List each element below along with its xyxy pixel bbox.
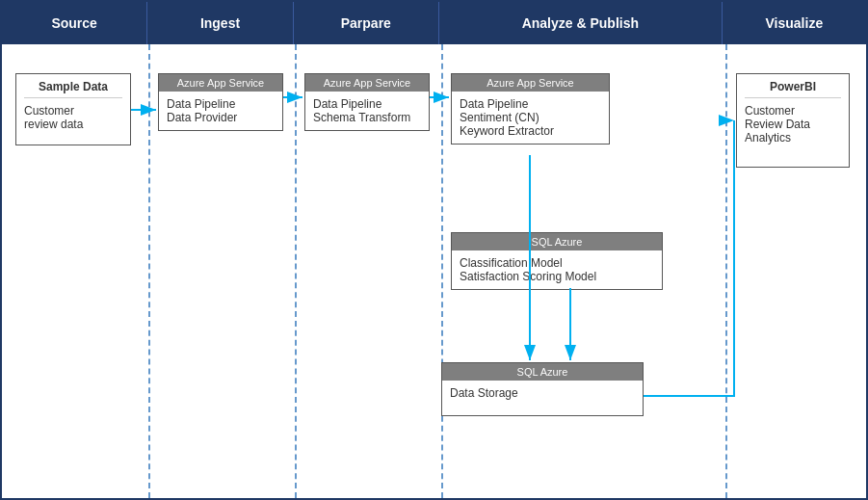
sample-data-label: Sample Data <box>24 80 122 98</box>
analyze-box-body: Data PipelineSentiment (CN)Keyword Extra… <box>452 92 609 144</box>
sql-storage-header: SQL Azure <box>442 363 643 381</box>
header-prepare: Parpare <box>294 2 439 44</box>
powerbi-sub: CustomerReview DataAnalytics <box>745 104 841 145</box>
ingest-box-header: Azure App Service <box>159 74 282 92</box>
divider-4 <box>725 44 727 498</box>
prepare-box: Azure App Service Data PipelineSchema Tr… <box>304 73 430 131</box>
header-source: Source <box>2 2 147 44</box>
sql-model-header: SQL Azure <box>452 233 662 250</box>
divider-2 <box>295 44 297 498</box>
header-ingest: Ingest <box>147 2 293 44</box>
sample-data-box: Sample Data Customerreview data <box>15 73 131 145</box>
header-analyze: Analyze & Publish <box>439 2 723 44</box>
sql-model-box: SQL Azure Classification ModelSatisfacti… <box>451 232 663 290</box>
ingest-box: Azure App Service Data PipelineData Prov… <box>158 73 283 131</box>
customer-review-text: Customerreview data <box>24 104 122 131</box>
prepare-box-header: Azure App Service <box>305 74 429 92</box>
analyze-box-header: Azure App Service <box>452 74 609 92</box>
header-row: Source Ingest Parpare Analyze & Publish … <box>2 2 866 44</box>
sql-model-body: Classification ModelSatisfaction Scoring… <box>452 250 662 289</box>
analyze-box: Azure App Service Data PipelineSentiment… <box>451 73 610 145</box>
content-area: Sample Data Customerreview data Azure Ap… <box>2 44 866 498</box>
powerbi-box: PowerBI CustomerReview DataAnalytics <box>736 73 850 168</box>
sql-storage-body: Data Storage <box>442 381 643 415</box>
diagram: Source Ingest Parpare Analyze & Publish … <box>0 0 868 500</box>
ingest-box-body: Data PipelineData Provider <box>159 92 282 130</box>
sql-storage-box: SQL Azure Data Storage <box>441 362 644 416</box>
prepare-box-body: Data PipelineSchema Transform <box>305 92 429 130</box>
header-visualize: Visualize <box>723 2 866 44</box>
divider-1 <box>148 44 150 498</box>
powerbi-label: PowerBI <box>745 80 841 98</box>
divider-3 <box>441 44 443 498</box>
